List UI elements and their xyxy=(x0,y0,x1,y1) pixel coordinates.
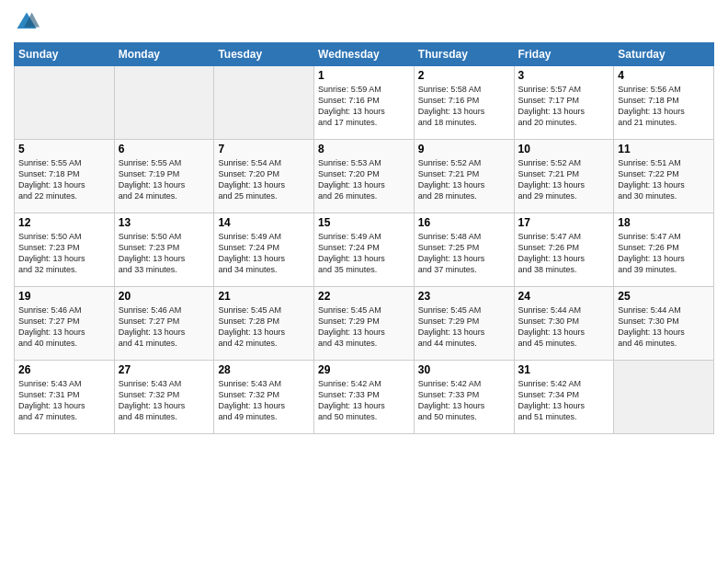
weekday-header: Saturday xyxy=(614,43,714,66)
calendar-cell: 25Sunrise: 5:44 AM Sunset: 7:30 PM Dayli… xyxy=(614,287,714,361)
calendar-cell xyxy=(614,361,714,434)
cell-info: Sunrise: 5:45 AM Sunset: 7:29 PM Dayligh… xyxy=(418,304,510,350)
cell-info: Sunrise: 5:43 AM Sunset: 7:32 PM Dayligh… xyxy=(119,378,210,423)
day-number: 12 xyxy=(18,216,110,229)
cell-info: Sunrise: 5:42 AM Sunset: 7:33 PM Dayligh… xyxy=(418,378,510,423)
calendar-cell: 2Sunrise: 5:58 AM Sunset: 7:16 PM Daylig… xyxy=(414,66,514,140)
day-number: 25 xyxy=(618,290,710,303)
calendar-cell: 14Sunrise: 5:49 AM Sunset: 7:24 PM Dayli… xyxy=(214,213,314,287)
cell-info: Sunrise: 5:44 AM Sunset: 7:30 PM Dayligh… xyxy=(518,304,610,350)
cell-info: Sunrise: 5:51 AM Sunset: 7:22 PM Dayligh… xyxy=(618,157,710,202)
calendar-week-row: 12Sunrise: 5:50 AM Sunset: 7:23 PM Dayli… xyxy=(15,213,714,287)
cell-info: Sunrise: 5:45 AM Sunset: 7:28 PM Dayligh… xyxy=(218,304,310,350)
calendar-cell: 30Sunrise: 5:42 AM Sunset: 7:33 PM Dayli… xyxy=(414,361,514,434)
calendar-cell: 18Sunrise: 5:47 AM Sunset: 7:26 PM Dayli… xyxy=(614,213,714,287)
weekday-header: Friday xyxy=(514,43,614,66)
day-number: 21 xyxy=(218,290,310,303)
calendar-cell: 10Sunrise: 5:52 AM Sunset: 7:21 PM Dayli… xyxy=(514,140,614,213)
cell-info: Sunrise: 5:49 AM Sunset: 7:24 PM Dayligh… xyxy=(218,231,310,276)
calendar-cell: 13Sunrise: 5:50 AM Sunset: 7:23 PM Dayli… xyxy=(114,213,214,287)
calendar-week-row: 1Sunrise: 5:59 AM Sunset: 7:16 PM Daylig… xyxy=(15,66,714,140)
calendar-cell: 29Sunrise: 5:42 AM Sunset: 7:33 PM Dayli… xyxy=(314,361,415,434)
calendar-week-row: 26Sunrise: 5:43 AM Sunset: 7:31 PM Dayli… xyxy=(15,361,714,434)
day-number: 28 xyxy=(218,363,310,376)
cell-info: Sunrise: 5:52 AM Sunset: 7:21 PM Dayligh… xyxy=(518,157,610,202)
cell-info: Sunrise: 5:58 AM Sunset: 7:16 PM Dayligh… xyxy=(418,84,510,129)
cell-info: Sunrise: 5:47 AM Sunset: 7:26 PM Dayligh… xyxy=(618,231,710,276)
calendar-cell: 24Sunrise: 5:44 AM Sunset: 7:30 PM Dayli… xyxy=(514,287,614,361)
day-number: 17 xyxy=(518,216,610,229)
day-number: 19 xyxy=(18,290,110,303)
calendar-cell: 8Sunrise: 5:53 AM Sunset: 7:20 PM Daylig… xyxy=(314,140,415,213)
weekday-header: Thursday xyxy=(414,43,514,66)
day-number: 7 xyxy=(218,143,310,155)
cell-info: Sunrise: 5:48 AM Sunset: 7:25 PM Dayligh… xyxy=(418,231,510,276)
cell-info: Sunrise: 5:55 AM Sunset: 7:18 PM Dayligh… xyxy=(18,157,110,202)
calendar-cell: 7Sunrise: 5:54 AM Sunset: 7:20 PM Daylig… xyxy=(214,140,314,213)
day-number: 11 xyxy=(618,143,710,155)
calendar-week-row: 19Sunrise: 5:46 AM Sunset: 7:27 PM Dayli… xyxy=(15,287,714,361)
calendar-cell: 17Sunrise: 5:47 AM Sunset: 7:26 PM Dayli… xyxy=(514,213,614,287)
day-number: 26 xyxy=(18,363,110,376)
day-number: 30 xyxy=(418,363,510,376)
calendar-cell xyxy=(15,66,115,140)
day-number: 15 xyxy=(318,216,410,229)
page-header xyxy=(14,9,714,35)
day-number: 14 xyxy=(218,216,310,229)
day-number: 9 xyxy=(418,143,510,155)
calendar-cell xyxy=(114,66,214,140)
cell-info: Sunrise: 5:45 AM Sunset: 7:29 PM Dayligh… xyxy=(318,304,410,350)
day-number: 20 xyxy=(119,290,210,303)
cell-info: Sunrise: 5:56 AM Sunset: 7:18 PM Dayligh… xyxy=(618,84,710,129)
calendar-cell: 21Sunrise: 5:45 AM Sunset: 7:28 PM Dayli… xyxy=(214,287,314,361)
calendar-cell: 22Sunrise: 5:45 AM Sunset: 7:29 PM Dayli… xyxy=(314,287,415,361)
day-number: 24 xyxy=(518,290,610,303)
calendar-cell: 27Sunrise: 5:43 AM Sunset: 7:32 PM Dayli… xyxy=(114,361,214,434)
logo xyxy=(14,9,41,35)
weekday-row: SundayMondayTuesdayWednesdayThursdayFrid… xyxy=(15,43,714,66)
day-number: 4 xyxy=(618,69,710,82)
calendar-cell: 9Sunrise: 5:52 AM Sunset: 7:21 PM Daylig… xyxy=(414,140,514,213)
day-number: 27 xyxy=(119,363,210,376)
calendar-header: SundayMondayTuesdayWednesdayThursdayFrid… xyxy=(15,43,714,66)
day-number: 10 xyxy=(518,143,610,155)
cell-info: Sunrise: 5:50 AM Sunset: 7:23 PM Dayligh… xyxy=(119,231,210,276)
cell-info: Sunrise: 5:59 AM Sunset: 7:16 PM Dayligh… xyxy=(318,84,410,129)
calendar-body: 1Sunrise: 5:59 AM Sunset: 7:16 PM Daylig… xyxy=(15,66,714,434)
day-number: 3 xyxy=(518,69,610,82)
calendar-cell xyxy=(214,66,314,140)
day-number: 1 xyxy=(318,69,410,82)
cell-info: Sunrise: 5:46 AM Sunset: 7:27 PM Dayligh… xyxy=(119,304,210,350)
cell-info: Sunrise: 5:47 AM Sunset: 7:26 PM Dayligh… xyxy=(518,231,610,276)
calendar-cell: 6Sunrise: 5:55 AM Sunset: 7:19 PM Daylig… xyxy=(114,140,214,213)
cell-info: Sunrise: 5:53 AM Sunset: 7:20 PM Dayligh… xyxy=(318,157,410,202)
day-number: 5 xyxy=(18,143,110,155)
cell-info: Sunrise: 5:42 AM Sunset: 7:34 PM Dayligh… xyxy=(518,378,610,423)
calendar-table: SundayMondayTuesdayWednesdayThursdayFrid… xyxy=(14,42,714,434)
calendar-cell: 15Sunrise: 5:49 AM Sunset: 7:24 PM Dayli… xyxy=(314,213,415,287)
cell-info: Sunrise: 5:54 AM Sunset: 7:20 PM Dayligh… xyxy=(218,157,310,202)
cell-info: Sunrise: 5:43 AM Sunset: 7:31 PM Dayligh… xyxy=(18,378,110,423)
calendar-cell: 16Sunrise: 5:48 AM Sunset: 7:25 PM Dayli… xyxy=(414,213,514,287)
cell-info: Sunrise: 5:44 AM Sunset: 7:30 PM Dayligh… xyxy=(618,304,710,350)
calendar-cell: 12Sunrise: 5:50 AM Sunset: 7:23 PM Dayli… xyxy=(15,213,115,287)
calendar-cell: 31Sunrise: 5:42 AM Sunset: 7:34 PM Dayli… xyxy=(514,361,614,434)
weekday-header: Wednesday xyxy=(314,43,415,66)
day-number: 13 xyxy=(119,216,210,229)
calendar-cell: 5Sunrise: 5:55 AM Sunset: 7:18 PM Daylig… xyxy=(15,140,115,213)
calendar-cell: 11Sunrise: 5:51 AM Sunset: 7:22 PM Dayli… xyxy=(614,140,714,213)
cell-info: Sunrise: 5:43 AM Sunset: 7:32 PM Dayligh… xyxy=(218,378,310,423)
calendar-cell: 1Sunrise: 5:59 AM Sunset: 7:16 PM Daylig… xyxy=(314,66,415,140)
day-number: 23 xyxy=(418,290,510,303)
calendar-cell: 23Sunrise: 5:45 AM Sunset: 7:29 PM Dayli… xyxy=(414,287,514,361)
cell-info: Sunrise: 5:52 AM Sunset: 7:21 PM Dayligh… xyxy=(418,157,510,202)
day-number: 29 xyxy=(318,363,410,376)
cell-info: Sunrise: 5:42 AM Sunset: 7:33 PM Dayligh… xyxy=(318,378,410,423)
cell-info: Sunrise: 5:55 AM Sunset: 7:19 PM Dayligh… xyxy=(119,157,210,202)
calendar-week-row: 5Sunrise: 5:55 AM Sunset: 7:18 PM Daylig… xyxy=(15,140,714,213)
day-number: 22 xyxy=(318,290,410,303)
calendar-cell: 19Sunrise: 5:46 AM Sunset: 7:27 PM Dayli… xyxy=(15,287,115,361)
cell-info: Sunrise: 5:50 AM Sunset: 7:23 PM Dayligh… xyxy=(18,231,110,276)
calendar-cell: 26Sunrise: 5:43 AM Sunset: 7:31 PM Dayli… xyxy=(15,361,115,434)
calendar-cell: 4Sunrise: 5:56 AM Sunset: 7:18 PM Daylig… xyxy=(614,66,714,140)
